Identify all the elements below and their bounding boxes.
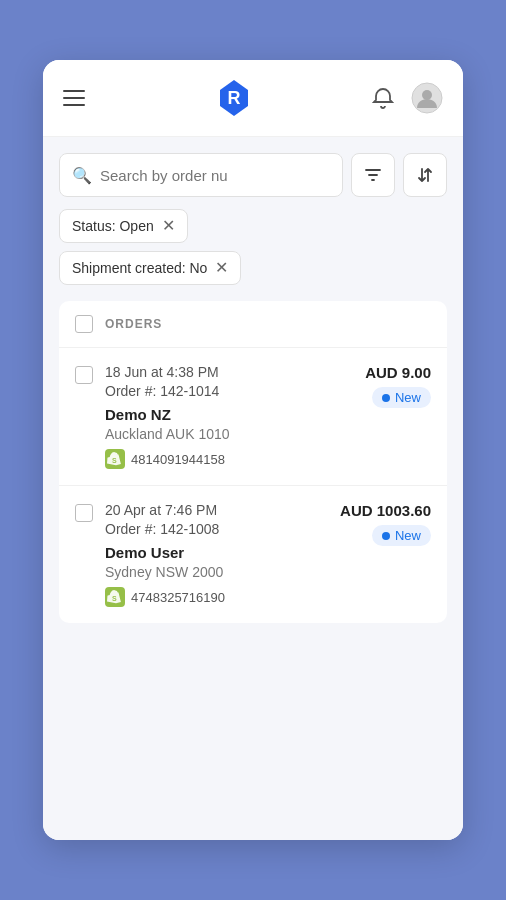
order-row-top: 18 Jun at 4:38 PM Order #: 142-1014 Demo… (75, 364, 431, 469)
status-filter-chip[interactable]: Status: Open ✕ (59, 209, 188, 243)
svg-text:S: S (112, 595, 117, 602)
menu-button[interactable] (63, 90, 85, 106)
notifications-button[interactable] (367, 82, 399, 114)
search-row: 🔍 (59, 153, 447, 197)
order-2-tracking: 4748325716190 (131, 590, 225, 605)
filter-icon (364, 166, 382, 184)
filter-button[interactable] (351, 153, 395, 197)
order-2-checkbox[interactable] (75, 504, 93, 522)
order-1-address: Auckland AUK 1010 (105, 426, 230, 442)
order-1-amount: AUD 9.00 (365, 364, 431, 381)
svg-point-2 (422, 90, 432, 100)
order-2-date: 20 Apr at 7:46 PM (105, 502, 225, 518)
app-logo: R (212, 76, 256, 120)
order-row-top: 20 Apr at 7:46 PM Order #: 142-1008 Demo… (75, 502, 431, 607)
logo-container: R (101, 76, 367, 120)
status-filter-label: Status: Open (72, 218, 154, 234)
shopify-icon: S (105, 449, 125, 469)
svg-text:S: S (112, 457, 117, 464)
shipment-filter-chip[interactable]: Shipment created: No ✕ (59, 251, 241, 285)
status-filter-close[interactable]: ✕ (162, 218, 175, 234)
order-2-name: Demo User (105, 544, 225, 561)
sort-icon (416, 166, 434, 184)
header-actions (367, 82, 443, 114)
select-all-checkbox[interactable] (75, 315, 93, 333)
order-1-details: 18 Jun at 4:38 PM Order #: 142-1014 Demo… (105, 364, 230, 469)
phone-card: R 🔍 (43, 60, 463, 840)
main-content: 🔍 Status: Open ✕ Shipment created: N (43, 137, 463, 840)
shopify-icon: S (105, 587, 125, 607)
search-input[interactable] (100, 167, 330, 184)
order-2-number: Order #: 142-1008 (105, 521, 225, 537)
order-1-status-dot (382, 394, 390, 402)
order-1-number: Order #: 142-1014 (105, 383, 230, 399)
shipment-filter-close[interactable]: ✕ (215, 260, 228, 276)
order-1-date: 18 Jun at 4:38 PM (105, 364, 230, 380)
order-1-tracking-row: S 4814091944158 (105, 449, 230, 469)
bell-icon (371, 86, 395, 110)
order-item[interactable]: 20 Apr at 7:46 PM Order #: 142-1008 Demo… (59, 486, 447, 623)
search-icon: 🔍 (72, 166, 92, 185)
order-2-amount: AUD 1003.60 (340, 502, 431, 519)
search-input-wrap[interactable]: 🔍 (59, 153, 343, 197)
order-2-details: 20 Apr at 7:46 PM Order #: 142-1008 Demo… (105, 502, 225, 607)
order-1-right: AUD 9.00 New (365, 364, 431, 408)
order-1-checkbox[interactable] (75, 366, 93, 384)
order-2-status-badge: New (372, 525, 431, 546)
orders-section-label: ORDERS (105, 317, 162, 331)
order-1-name: Demo NZ (105, 406, 230, 423)
order-item[interactable]: 18 Jun at 4:38 PM Order #: 142-1014 Demo… (59, 348, 447, 486)
order-2-address: Sydney NSW 2000 (105, 564, 225, 580)
order-left: 18 Jun at 4:38 PM Order #: 142-1014 Demo… (75, 364, 230, 469)
orders-section: ORDERS 18 Jun at 4:38 PM Order #: 142-10… (59, 301, 447, 623)
order-2-right: AUD 1003.60 New (340, 502, 431, 546)
active-filters: Status: Open ✕ Shipment created: No ✕ (59, 209, 447, 285)
user-profile-button[interactable] (411, 82, 443, 114)
order-2-status-dot (382, 532, 390, 540)
sort-button[interactable] (403, 153, 447, 197)
user-avatar-icon (411, 82, 443, 114)
header: R (43, 60, 463, 137)
orders-header: ORDERS (59, 301, 447, 348)
shipment-filter-label: Shipment created: No (72, 260, 207, 276)
order-left: 20 Apr at 7:46 PM Order #: 142-1008 Demo… (75, 502, 225, 607)
order-2-tracking-row: S 4748325716190 (105, 587, 225, 607)
order-2-status-label: New (395, 528, 421, 543)
order-1-status-label: New (395, 390, 421, 405)
svg-text:R: R (228, 88, 241, 108)
order-1-status-badge: New (372, 387, 431, 408)
order-1-tracking: 4814091944158 (131, 452, 225, 467)
